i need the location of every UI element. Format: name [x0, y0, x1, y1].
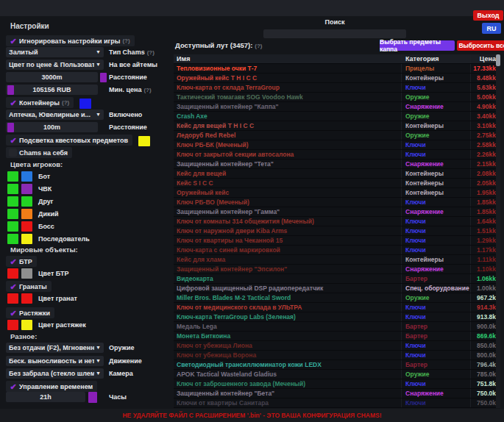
scrollbar-track[interactable]: [496, 54, 500, 408]
distance-input[interactable]: 3000m: [6, 72, 98, 82]
item-category-cell: Прицелы: [402, 64, 471, 73]
table-row[interactable]: Ключ от убежища ВоронаКлючи800.0k: [174, 351, 500, 360]
table-row[interactable]: Оружейный кейс T H I C CКонтейнеры8.48kk: [174, 74, 500, 83]
table-row[interactable]: Светодиодный трансиллюминатор кожи LEDXБ…: [174, 360, 500, 370]
table-row[interactable]: Защищенный контейнер "Бета"Снаряжение750…: [174, 389, 500, 398]
table-row[interactable]: Crash AxeОружие3.40kk: [174, 112, 500, 121]
table-row[interactable]: Miller Bros. Blades M-2 Tactical SwordОр…: [174, 293, 500, 303]
tripwire-color-swatch-2[interactable]: [21, 320, 32, 330]
table-row[interactable]: Ключи от квартиры СанитараКлючи750.0k: [174, 398, 500, 408]
visible-color-swatch[interactable]: [7, 184, 18, 194]
drop-all-button[interactable]: Выбросить все: [457, 40, 504, 51]
tripwire-color-swatch[interactable]: [7, 320, 18, 330]
visible-color-swatch[interactable]: [7, 171, 18, 182]
hidden-color-swatch[interactable]: [21, 184, 32, 194]
hours-color-swatch[interactable]: [88, 392, 97, 403]
loot-distance-input[interactable]: 100m: [6, 122, 98, 132]
table-row[interactable]: Ключ-карта TerraGroup Labs (Зеленая)Ключ…: [174, 312, 500, 322]
table-row[interactable]: ВидеокартаБартер1.06kk: [174, 274, 500, 284]
containers-checkbox[interactable]: ✔ Контейнеры (?): [6, 97, 74, 108]
table-row[interactable]: Ключ от заброшенного завода (Меченый)Клю…: [174, 379, 500, 389]
distance-color-swatch[interactable]: [100, 73, 107, 82]
table-row[interactable]: Кейс для вещей T H I C CКонтейнеры3.10kk: [174, 121, 500, 131]
btr-color-swatch-2[interactable]: [21, 268, 32, 279]
search-input[interactable]: [263, 29, 406, 38]
table-row[interactable]: Цифровой защищенный DSP радиопередатчикС…: [174, 284, 500, 293]
table-row[interactable]: Кейс S I C CКонтейнеры2.05kk: [174, 179, 500, 188]
visible-color-swatch[interactable]: [7, 221, 18, 232]
header-name[interactable]: Имя: [174, 54, 402, 63]
tripwires-checkbox[interactable]: ✔ Растяжки: [6, 307, 54, 318]
table-row[interactable]: Кейс для хламаКонтейнеры1.11kk: [174, 255, 500, 265]
hours-input[interactable]: 21h: [6, 392, 85, 402]
camera-mode-dropdown[interactable]: Без забрала (стекло шлема) ▼: [6, 368, 104, 379]
hidden-color-swatch[interactable]: [21, 209, 32, 219]
table-row[interactable]: Монета БиткоинаБартер869.6k: [174, 332, 500, 341]
table-row[interactable]: Ключ от закрытой секции автосалонаКлючи2…: [174, 150, 500, 160]
camera-label: Камера: [109, 368, 133, 379]
min-price-color-swatch[interactable]: [7, 85, 14, 95]
table-row[interactable]: Тепловизионные очки Т-7Прицелы17.33kk: [174, 64, 500, 74]
item-name-cell: Ключи от квартиры Санитара: [174, 398, 402, 407]
table-row[interactable]: Ключ от комнаты 314 общежития (Меченый)К…: [174, 217, 500, 226]
table-row[interactable]: Ключ от убежища ЛионаКлючи850.0k: [174, 341, 500, 351]
table-row[interactable]: Ключ-карта от склада TerraGroupКлючи5.63…: [174, 83, 500, 93]
quest-color-swatch[interactable]: [138, 136, 150, 146]
hidden-color-swatch[interactable]: [21, 196, 32, 207]
table-row[interactable]: Защищенный контейнер "Эпсилон"Снаряжение…: [174, 265, 500, 274]
header-category[interactable]: Категория: [402, 54, 471, 63]
hidden-color-swatch[interactable]: [21, 221, 32, 232]
help-badge[interactable]: (?): [122, 36, 129, 46]
visible-color-swatch[interactable]: [7, 209, 18, 219]
min-price-input[interactable]: 105156 RUB: [6, 85, 98, 95]
quest-highlight-checkbox[interactable]: ✔ Подсветка квестовых предметов: [6, 135, 132, 146]
visible-color-swatch[interactable]: [7, 234, 18, 244]
containers-color-swatch[interactable]: [79, 99, 91, 109]
hidden-color-swatch[interactable]: [21, 234, 32, 244]
item-name-cell: Защищенный контейнер "Эпсилон": [174, 265, 402, 273]
table-row[interactable]: Медаль LegaБартер900.0k: [174, 322, 500, 332]
exit-button[interactable]: Выход: [473, 10, 503, 21]
weapon-mode-dropdown[interactable]: Без отдачи (F2), Мгновенное п ▼: [6, 343, 104, 353]
help-badge[interactable]: (?): [143, 87, 151, 93]
grenade-color-swatch[interactable]: [7, 293, 18, 304]
loot-distance-color-swatch[interactable]: [7, 123, 14, 132]
visible-color-swatch[interactable]: [7, 196, 18, 207]
grenade-color-swatch-2[interactable]: [21, 293, 32, 304]
all-items-mode-dropdown[interactable]: Цвет по цене & Пользователь ▼: [6, 60, 104, 70]
table-row[interactable]: Ключ РБ-ВО (Меченый)Ключи1.85kk: [174, 198, 500, 207]
table-row[interactable]: Ледоруб Red RebelОружие2.75kk: [174, 131, 500, 140]
chams-type-dropdown[interactable]: Залитый ▼: [6, 47, 104, 57]
scrollbar-thumb[interactable]: [496, 54, 500, 66]
table-row[interactable]: Ключ РБ-БК (Меченый)Ключи2.58kk: [174, 140, 500, 150]
btr-color-swatch[interactable]: [7, 268, 18, 279]
table-row[interactable]: Кейс для вещейКонтейнеры2.08kk: [174, 169, 500, 179]
btr-checkbox[interactable]: ✔ БТР: [6, 256, 37, 267]
help-badge[interactable]: (?): [147, 49, 155, 56]
grenades-checkbox[interactable]: ✔ Гранаты: [6, 281, 52, 292]
table-row[interactable]: APOK Tactical Wasteland GladiusОружие785…: [174, 370, 500, 379]
table-row[interactable]: Ключ от медицинского склада в УЛЬТРАКлюч…: [174, 303, 500, 312]
table-row[interactable]: Ключ от квартиры на Чеканной 15Ключи1.29…: [174, 236, 500, 246]
table-row[interactable]: Ключ-карта с синей маркировкойКлючи1.17k…: [174, 246, 500, 255]
table-row[interactable]: Тактический томагавк SOG Voodoo HawkОруж…: [174, 93, 500, 102]
time-control-checkbox[interactable]: ✔ Управление временем: [6, 381, 97, 392]
enabled-filter-dropdown[interactable]: Аптечка, Ювелирные и... ▼: [6, 110, 104, 120]
hidden-color-swatch[interactable]: [21, 171, 32, 182]
chams-self-checkbox[interactable]: Chams на себя: [6, 147, 72, 158]
select-kappa-items-button[interactable]: Выбрать предметы каппа: [380, 40, 455, 51]
help-badge[interactable]: (?): [62, 98, 69, 108]
table-row[interactable]: Защищенный контейнер "Каппа"Снаряжение4.…: [174, 102, 500, 112]
table-row[interactable]: Оружейный кейсКонтейнеры1.95kk: [174, 188, 500, 198]
language-button[interactable]: RU: [482, 23, 501, 34]
item-name-cell: Ключ от медицинского склада в УЛЬТРА: [174, 303, 402, 312]
table-row[interactable]: Ключ от наружной двери Kiba ArmsКлючи1.5…: [174, 226, 500, 236]
item-name-cell: Кейс S I C C: [174, 179, 402, 187]
tripwire-color-row: Цвет растяжек: [7, 319, 86, 330]
help-badge[interactable]: (?): [255, 43, 262, 49]
movement-mode-dropdown[interactable]: Беск. выносливость и нет уста ▼: [6, 356, 104, 366]
dropdown-value: Без отдачи (F2), Мгновенное п: [9, 343, 94, 353]
ignore-game-settings-checkbox[interactable]: ✔ Игнорировать настройки игры (?): [6, 35, 135, 46]
table-row[interactable]: Защищенный контейнер "Гамма"Снаряжение1.…: [174, 207, 500, 217]
table-row[interactable]: Защищенный контейнер "Тета"Снаряжение2.1…: [174, 160, 500, 169]
